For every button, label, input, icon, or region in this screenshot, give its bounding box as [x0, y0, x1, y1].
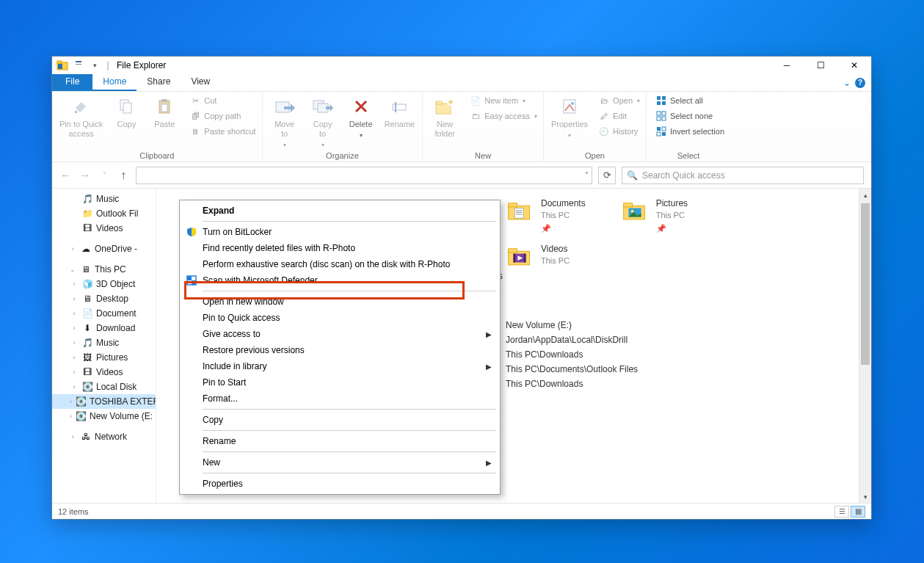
folder-pictures[interactable]: PicturesThis PC📌 [618, 193, 691, 239]
tab-home[interactable]: Home [92, 74, 137, 91]
nav-back-button[interactable]: ← [59, 169, 73, 182]
titlebar: ▾ ｜ File Explorer ─ ☐ ✕ [52, 57, 871, 74]
tree-item-desktop[interactable]: ›🖥Desktop [52, 291, 156, 306]
svg-rect-21 [657, 96, 661, 100]
minimize-button[interactable]: ─ [770, 57, 804, 74]
maximize-button[interactable]: ☐ [804, 57, 837, 74]
tree-item-3dobjects[interactable]: ›🧊3D Object [52, 277, 156, 291]
svg-rect-1 [57, 61, 62, 63]
tree-item-onedrive[interactable]: ›☁OneDrive - [52, 241, 156, 256]
select-none-button[interactable]: Select none [654, 109, 726, 123]
tree-item-toshiba[interactable]: ›💽TOSHIBA EXTERN [52, 394, 156, 409]
svg-rect-24 [662, 101, 666, 105]
paste-shortcut-button[interactable]: 🗏Paste shortcut [188, 124, 257, 139]
new-item-icon: 📄 [470, 95, 481, 106]
close-button[interactable]: ✕ [837, 57, 871, 74]
content-scrollbar[interactable]: ▴ ▾ [859, 189, 871, 503]
new-item-button[interactable]: 📄New item▾ [468, 93, 539, 108]
ribbon-collapse-icon[interactable]: ⌄ [843, 78, 851, 88]
history-button[interactable]: 🕘History [597, 124, 641, 139]
recent-item-3[interactable]: This PC\Downloads [503, 347, 850, 362]
ctx-rename[interactable]: Rename [182, 433, 498, 449]
view-details-button[interactable]: ☰ [834, 506, 849, 517]
select-all-button[interactable]: Select all [654, 93, 726, 108]
copy-button[interactable]: Copy [109, 93, 144, 131]
folder-videos[interactable]: VideosThis PC [503, 239, 572, 274]
ctx-pin-quick[interactable]: Pin to Quick access [182, 310, 498, 326]
open-button[interactable]: 🗁Open▾ [597, 93, 641, 108]
svg-rect-34 [509, 203, 517, 207]
ctx-expand[interactable]: Expand [182, 203, 498, 219]
ctx-copy[interactable]: Copy [182, 412, 498, 428]
tree-item-network[interactable]: ›🖧Network [52, 429, 156, 444]
properties-button[interactable]: Properties▾ [548, 93, 591, 142]
help-icon[interactable]: ? [855, 78, 865, 88]
tab-file[interactable]: File [52, 74, 92, 91]
copy-to-button[interactable]: Copy to▾ [305, 93, 341, 151]
ctx-rphoto-exhaustive[interactable]: Perform exhaustive search (disc scan) on… [182, 256, 498, 272]
ctx-include[interactable]: Include in library▶ [182, 358, 498, 374]
cut-button[interactable]: ✂Cut [188, 93, 257, 108]
recent-item-4[interactable]: This PC\Documents\Outlook Files [503, 362, 850, 377]
svg-rect-28 [662, 117, 666, 120]
recent-item-5[interactable]: This PC\Downloads [503, 377, 850, 391]
ctx-new[interactable]: New▶ [182, 454, 498, 471]
tree-item-videos[interactable]: 🎞Videos [52, 221, 156, 236]
defender-icon [185, 274, 198, 287]
tree-item-documents[interactable]: ›📄Document [52, 306, 156, 321]
scroll-up-icon[interactable]: ▴ [859, 189, 871, 201]
ribbon-group-new: New folder 📄New item▾ 🗀Easy access▾ New [423, 92, 544, 161]
tab-view[interactable]: View [181, 74, 220, 91]
search-input[interactable]: 🔍 Search Quick access [622, 167, 864, 184]
tree-item-music2[interactable]: ›🎵Music [52, 335, 156, 350]
recent-item-1[interactable]: New Volume (E:) [503, 318, 850, 333]
tree-item-music[interactable]: 🎵Music [52, 192, 156, 206]
pin-to-quick-access-button[interactable]: Pin to Quick access [57, 93, 106, 140]
tree-item-thispc[interactable]: ⌄🖥This PC [52, 262, 156, 277]
3dobjects-icon: 🧊 [81, 278, 93, 290]
ctx-rphoto-recent[interactable]: Find recently deleted files with R-Photo [182, 240, 498, 256]
window-controls: ─ ☐ ✕ [770, 57, 871, 74]
tree-item-downloads[interactable]: ›⬇Download [52, 321, 156, 335]
address-dropdown-icon[interactable]: ˅ [585, 171, 589, 179]
qat-menu-icon[interactable] [71, 58, 86, 73]
invert-selection-button[interactable]: Invert selection [654, 124, 726, 139]
qat-chevron-icon[interactable]: ▾ [87, 58, 102, 73]
address-bar[interactable]: ˅ [136, 167, 592, 184]
folder-documents[interactable]: DocumentsThis PC📌 [503, 193, 589, 239]
ctx-open-new[interactable]: Open in new window [182, 294, 498, 310]
select-all-icon [655, 95, 667, 106]
folder-icon [506, 197, 534, 224]
view-large-icons-button[interactable]: ▦ [851, 506, 865, 517]
ctx-give-access[interactable]: Give access to▶ [182, 326, 498, 342]
scroll-down-icon[interactable]: ▾ [859, 490, 871, 503]
tree-item-localdisk[interactable]: ›💽Local Disk [52, 379, 156, 394]
tree-item-pictures[interactable]: ›🖼Pictures [52, 350, 156, 365]
move-to-button[interactable]: Move to▾ [267, 93, 302, 151]
tab-share[interactable]: Share [137, 74, 181, 91]
tree-item-videos2[interactable]: ›🎞Videos [52, 365, 156, 379]
nav-recent-button[interactable]: ˅ [98, 171, 111, 179]
ctx-restore[interactable]: Restore previous versions [182, 342, 498, 358]
ctx-format[interactable]: Format... [182, 391, 498, 407]
edit-button[interactable]: 🖉Edit [597, 109, 641, 123]
paste-button[interactable]: Paste [147, 93, 182, 131]
ctx-properties[interactable]: Properties [182, 476, 498, 492]
ctx-defender[interactable]: Scan with Microsoft Defender... [182, 272, 498, 288]
tree-item-newvolume[interactable]: ›💽New Volume (E: [52, 409, 156, 424]
rename-button[interactable]: Rename [382, 93, 418, 131]
copy-path-button[interactable]: 🗐Copy path [188, 109, 257, 123]
music-icon: 🎵 [81, 337, 93, 349]
delete-button[interactable]: Delete▾ [343, 93, 379, 142]
nav-up-button[interactable]: ↑ [117, 169, 130, 182]
recent-item-2[interactable]: Jordan\AppData\Local\DiskDrill [503, 333, 850, 347]
new-folder-button[interactable]: New folder [427, 93, 462, 140]
tree-item-outlook[interactable]: 📁Outlook Fil [52, 206, 156, 221]
ctx-bitlocker[interactable]: Turn on BitLocker [182, 224, 498, 240]
scroll-thumb[interactable] [861, 203, 870, 365]
ctx-pin-start[interactable]: Pin to Start [182, 374, 498, 391]
nav-forward-button[interactable]: → [79, 169, 92, 182]
svg-rect-3 [76, 61, 81, 62]
refresh-button[interactable]: ⟳ [598, 167, 616, 184]
easy-access-button[interactable]: 🗀Easy access▾ [468, 109, 539, 123]
